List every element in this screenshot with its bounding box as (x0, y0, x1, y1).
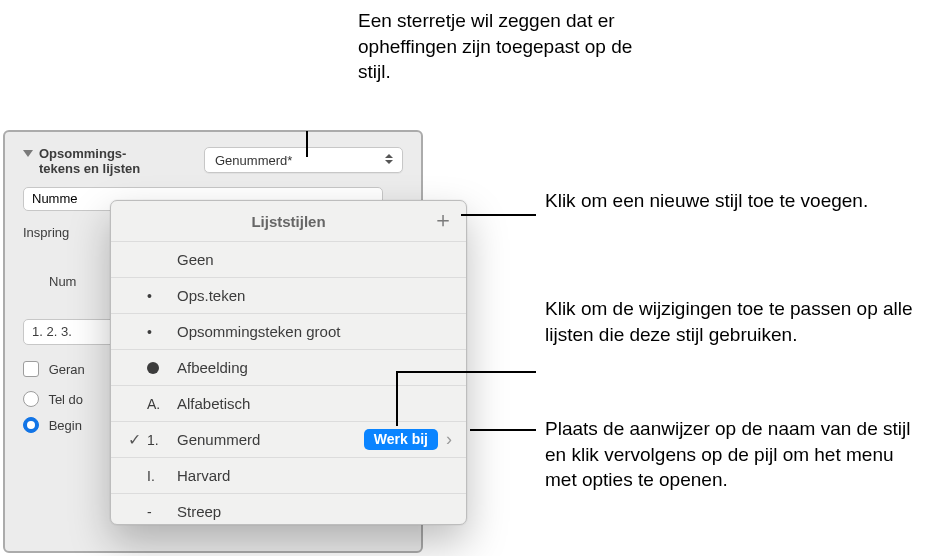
style-item-label: Genummerd (177, 431, 364, 448)
style-item[interactable]: Geen (111, 241, 466, 277)
style-item-label: Harvard (177, 467, 452, 484)
leader-line (470, 429, 536, 431)
callout-apply: Klik om de wijzigingen toe te passen op … (545, 296, 915, 347)
style-item[interactable]: A.Alfabetisch (111, 385, 466, 421)
style-item[interactable]: •Opsommingsteken groot (111, 313, 466, 349)
chevron-right-icon[interactable]: › (446, 429, 452, 450)
popup-title: Lijststijlen (251, 213, 325, 230)
list-styles-popup: Lijststijlen ＋ Geen•Ops.teken•Opsommings… (110, 200, 467, 525)
style-item-label: Geen (177, 251, 452, 268)
chevron-updown-icon (382, 152, 396, 166)
update-style-button[interactable]: Werk bij (364, 429, 438, 450)
style-item[interactable]: ✓1.GenummerdWerk bij› (111, 421, 466, 457)
leader-line (396, 371, 536, 373)
disclosure-triangle-icon[interactable] (23, 150, 33, 157)
style-item-label: Opsommingsteken groot (177, 323, 452, 340)
tier-label: Geran (49, 362, 85, 377)
leader-line (306, 131, 308, 157)
checkmark-icon: ✓ (121, 430, 147, 449)
bullet-preview: A. (147, 396, 177, 412)
style-item[interactable]: I.Harvard (111, 457, 466, 493)
bullet-preview (147, 360, 177, 376)
style-item-label: Afbeelding (177, 359, 452, 376)
style-item-label: Streep (177, 503, 452, 520)
style-item[interactable]: •Ops.teken (111, 277, 466, 313)
plus-icon: ＋ (432, 205, 454, 235)
list-style-select[interactable]: Genummerd* (204, 147, 403, 173)
bullet-preview: 1. (147, 432, 177, 448)
callout-arrow: Plaats de aanwijzer op de naam van de st… (545, 416, 915, 493)
bullet-preview: • (147, 324, 177, 340)
bullet-preview: I. (147, 468, 177, 484)
add-style-button[interactable]: ＋ (430, 207, 456, 233)
leader-line (461, 214, 536, 216)
bullet-preview: - (147, 504, 177, 520)
section-title: Opsommings-tekens en lijsten (39, 147, 140, 177)
style-list: Geen•Ops.teken•Opsommingsteken grootAfbe… (111, 241, 466, 524)
start-label: Begin (49, 418, 82, 433)
bullet-preview: • (147, 288, 177, 304)
image-bullet-icon (147, 362, 159, 374)
callout-asterisk: Een sterretje wil zeggen dat er opheffin… (358, 8, 658, 85)
leader-line (396, 371, 398, 426)
style-item-label: Alfabetisch (177, 395, 452, 412)
style-item[interactable]: -Streep (111, 493, 466, 524)
style-item[interactable]: Afbeelding (111, 349, 466, 385)
callout-add: Klik om een nieuwe stijl toe te voegen. (545, 188, 868, 214)
tier-checkbox[interactable] (23, 361, 39, 377)
list-style-select-value: Genummerd* (215, 153, 292, 168)
count-label: Tel do (48, 392, 83, 407)
start-radio[interactable] (23, 417, 39, 433)
style-item-label: Ops.teken (177, 287, 452, 304)
count-radio[interactable] (23, 391, 39, 407)
